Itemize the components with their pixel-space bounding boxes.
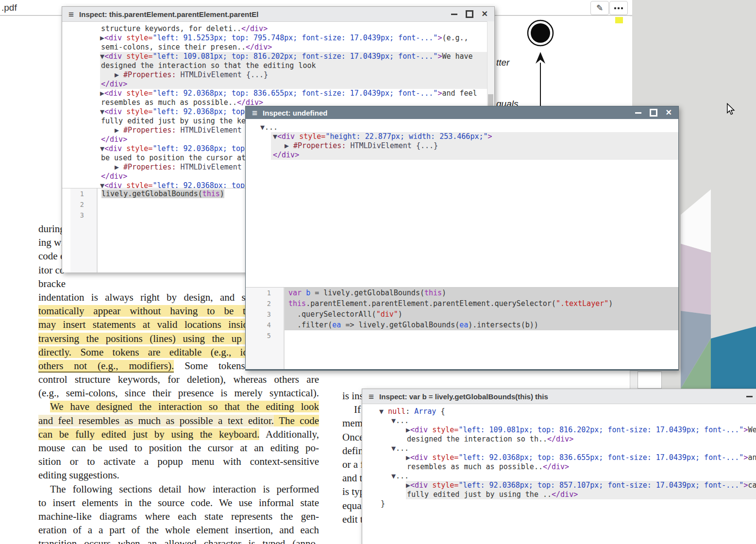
- maximize-icon[interactable]: [466, 10, 473, 18]
- pdf-text-line: (e.g., semi-colons, since their presence…: [38, 386, 319, 400]
- pdf-text-line: mouse can be used to position the cursor…: [38, 441, 319, 455]
- line-number: 1: [246, 288, 285, 298]
- line-number: 4: [246, 320, 285, 330]
- tree-row[interactable]: semi-colons, since their presen..</div>: [100, 43, 487, 52]
- more-options-button[interactable]: [609, 1, 628, 15]
- window-titlebar[interactable]: ≡ Inspect: this.parentElement.parentElem…: [62, 7, 494, 22]
- pdf-text-line: and feel resembles as much as possible a…: [38, 414, 319, 427]
- tree-row[interactable]: </div>: [271, 151, 678, 160]
- tree-row[interactable]: ▶ #Properties: HTMLDivElement {...}: [271, 141, 678, 151]
- tree-row[interactable]: </div>: [100, 80, 487, 89]
- pencil-icon: ✎: [596, 3, 603, 13]
- inspector-window-bounds-array: ≡ Inspect: var b = lively.getGlobalBound…: [362, 389, 756, 544]
- tree-row[interactable]: ▼ null: Array {: [379, 407, 756, 416]
- window-title: Inspect: undefined: [263, 109, 327, 117]
- diagram-label-tter: tter: [496, 57, 509, 68]
- tree-row[interactable]: ▶<div style="left: 109.081px; top: 816.2…: [406, 425, 756, 435]
- window-titlebar[interactable]: ≡ Inspect: undefined ✕: [246, 106, 678, 119]
- tree-row[interactable]: ▼...: [391, 416, 756, 425]
- tree-row[interactable]: ▶<div style="left: 92.0368px; top: 836.6…: [406, 453, 756, 462]
- pdf-filename: .pdf: [1, 2, 17, 13]
- editor-line[interactable]: 4 .filter(ea => lively.getGlobalBounds(e…: [246, 320, 678, 330]
- scrollbar-thumb[interactable]: [638, 372, 662, 389]
- pdf-text-line: machine-like diagrams where each state r…: [38, 510, 319, 523]
- tree-row[interactable]: fully edited just by using the ..</div>: [406, 490, 756, 499]
- tree-row[interactable]: ▼<div style="left: 109.081px; top: 816.2…: [100, 52, 487, 61]
- pdf-text-line: control structure keywords, for deletion…: [38, 373, 319, 386]
- tree-row[interactable]: resembles as much as possible..</div>: [406, 462, 756, 472]
- tree-row[interactable]: }: [381, 499, 756, 509]
- pdf-text-line: to insert elements in the source code. W…: [38, 496, 319, 510]
- diagram-arrowhead: [536, 52, 545, 64]
- tree-row[interactable]: ▼...: [260, 123, 678, 132]
- pdf-text-line: The following sections detail how intera…: [38, 482, 319, 496]
- close-icon[interactable]: ✕: [666, 109, 672, 117]
- scrollbar-track[interactable]: [630, 371, 638, 390]
- pdf-text-line: can be fully edited just by using the ke…: [38, 427, 319, 441]
- tree-row[interactable]: ▼<div style="height: 22.877px; width: 25…: [271, 132, 678, 141]
- tree-row[interactable]: ▶ #Properties: HTMLDivElement {...}: [100, 70, 487, 80]
- pdf-text-line: editing suggestions.: [38, 468, 319, 482]
- minimize-icon[interactable]: [746, 396, 753, 397]
- tree-row[interactable]: designed the interaction so that the edi…: [100, 61, 487, 70]
- line-number: 3: [246, 309, 285, 320]
- tree-row[interactable]: ▶<div style="left: 92.0368px; top: 857.1…: [406, 481, 756, 490]
- pdf-text-line: sition or to activate a popup menu with …: [38, 455, 319, 468]
- editor-line[interactable]: 1var b = lively.getGlobalBounds(this): [246, 288, 678, 298]
- editor-line[interactable]: 3 .querySelectorAll("div"): [246, 309, 678, 320]
- close-icon[interactable]: ✕: [482, 10, 488, 18]
- yellow-marker: [615, 17, 623, 23]
- menu-icon[interactable]: ≡: [369, 392, 374, 401]
- line-number: 3: [62, 210, 98, 221]
- window-title: Inspect: var b = lively.getGlobalBounds(…: [379, 392, 548, 401]
- dom-tree-pane[interactable]: ▼...▼<div style="height: 22.877px; width…: [246, 119, 678, 287]
- minimize-icon[interactable]: [635, 112, 641, 114]
- menu-icon[interactable]: ≡: [68, 10, 74, 19]
- tree-scrollbar-thumb[interactable]: [488, 94, 493, 107]
- menu-icon[interactable]: ≡: [252, 108, 257, 118]
- tree-row[interactable]: ▼...: [391, 472, 756, 481]
- line-number: 5: [246, 330, 285, 341]
- tree-row[interactable]: ▶<div style="left: 91.5253px; top: 795.7…: [100, 34, 487, 43]
- dom-tree-pane[interactable]: ▼ null: Array {▼...▶<div style="left: 10…: [362, 404, 756, 544]
- wallpaper-mauve-facet: [681, 244, 711, 315]
- code-editor[interactable]: 1var b = lively.getGlobalBounds(this)2th…: [246, 287, 678, 369]
- maximize-icon[interactable]: [650, 109, 657, 117]
- line-number: 2: [246, 298, 285, 309]
- tree-row[interactable]: ▶<div style="left: 92.0368px; top: 836.6…: [100, 89, 487, 98]
- tree-row[interactable]: structure keywords, for deleti..</div>: [100, 24, 487, 34]
- line-number: 2: [62, 199, 98, 210]
- line-number: 1: [62, 188, 98, 199]
- ellipsis-icon: [614, 7, 616, 9]
- editor-line[interactable]: 5: [246, 330, 678, 341]
- edit-pencil-button[interactable]: ✎: [590, 1, 609, 15]
- diagram-end-state: [531, 23, 550, 43]
- pdf-text-line: We have designed the interaction so that…: [38, 400, 319, 413]
- mouse-cursor: [725, 103, 736, 116]
- pdf-text-line: eration of a a part of the whole element…: [38, 523, 319, 537]
- pdf-text-line: transition occurs when an allowed charac…: [38, 537, 319, 544]
- window-titlebar[interactable]: ≡ Inspect: var b = lively.getGlobalBound…: [362, 389, 756, 404]
- tree-row[interactable]: designed the interaction so th..</div>: [406, 435, 756, 444]
- tree-row[interactable]: ▼...: [391, 444, 756, 453]
- window-title: Inspect: this.parentElement.parentElemen…: [79, 10, 258, 18]
- inspector-window-undefined: ≡ Inspect: undefined ✕ ▼...▼<div style="…: [245, 106, 679, 371]
- editor-line[interactable]: 2this.parentElement.parentElement.parent…: [246, 298, 678, 309]
- minimize-icon[interactable]: [451, 14, 457, 15]
